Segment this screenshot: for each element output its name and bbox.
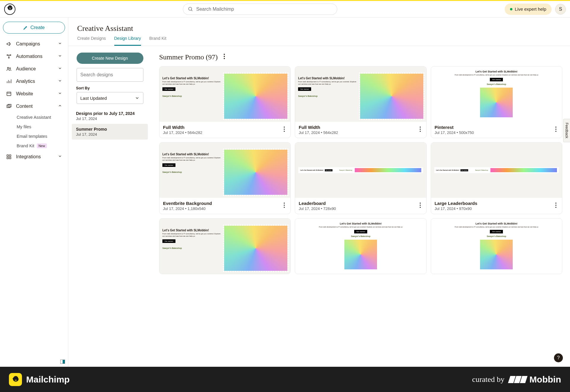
card-title: Full Width [299, 125, 417, 130]
pencil-icon [23, 25, 28, 30]
subitem-email-templates[interactable]: Email templates [17, 132, 65, 141]
new-badge: New [37, 143, 47, 148]
design-card[interactable]: Let's Get Started with SLMobbin!Get star… [295, 142, 426, 214]
design-card[interactable]: Let's Get Started with SLMobbin!From web… [295, 218, 426, 274]
design-card[interactable]: Let's Get Started with SLMobbin!From web… [159, 142, 291, 214]
mobbin-logo-icon [509, 376, 526, 383]
svg-point-31 [284, 203, 285, 204]
svg-point-39 [555, 207, 557, 208]
collapse-sidebar-icon[interactable] [60, 360, 65, 364]
card-meta: Jul 17, 2024 • 728x90 [299, 206, 417, 211]
help-bubble[interactable]: ? [554, 353, 563, 362]
create-button[interactable]: Create [3, 22, 65, 34]
avatar[interactable]: S [555, 4, 566, 15]
tabs: Create Designs Design Library Brand Kit [77, 36, 561, 46]
chevron-down-icon [58, 79, 62, 84]
design-thumb: Let's Get Started with SLMobbin!From web… [159, 219, 290, 274]
design-thumb: Let's Get Started with SLMobbin!From web… [295, 67, 426, 122]
design-card[interactable]: Let's Get Started with SLMobbin!From web… [295, 66, 426, 138]
create-new-design-button[interactable]: Create New Design [77, 53, 143, 64]
svg-point-28 [555, 127, 557, 128]
kebab-icon[interactable] [418, 201, 423, 211]
content-title: Summer Promo (97) [159, 53, 218, 61]
mailchimp-logo[interactable] [4, 4, 15, 15]
svg-point-26 [419, 129, 421, 130]
svg-rect-18 [10, 157, 11, 159]
svg-point-30 [555, 131, 557, 132]
content-submenu: Creative Assistant My files Email templa… [3, 113, 65, 151]
sidebar-item-label: Content [16, 104, 33, 109]
design-thumb: Let's Get Started with SLMobbin!Get star… [431, 143, 562, 198]
session-item[interactable]: Summer Promo Jul 17, 2024 [72, 124, 148, 140]
card-meta: Jul 17, 2024 • 564x282 [299, 130, 417, 135]
sidebar-item-integrations[interactable]: Integrations [3, 151, 65, 163]
sidebar-item-label: Website [16, 91, 33, 97]
footer-logo-icon [9, 373, 22, 386]
svg-point-36 [419, 207, 421, 208]
grid-icon [6, 154, 12, 159]
svg-rect-11 [7, 92, 11, 96]
svg-point-4 [9, 57, 10, 58]
svg-point-23 [284, 129, 285, 130]
sidebar-item-label: Integrations [16, 154, 41, 159]
footer: Mailchimp curated by Mobbin [0, 367, 570, 392]
design-card[interactable]: Let's Get Started with SLMobbin!From web… [431, 218, 562, 274]
session-item[interactable]: Designs prior to July 17, 2024 Jul 17, 2… [72, 108, 148, 124]
kebab-icon[interactable] [282, 201, 287, 211]
sort-by-label: Sort By [76, 86, 148, 90]
sidebar-item-label: Analytics [16, 79, 35, 84]
curated-by-label: curated by [472, 375, 504, 384]
svg-point-29 [555, 129, 557, 130]
kebab-icon[interactable] [418, 125, 423, 135]
svg-point-0 [189, 7, 192, 10]
subitem-creative-assistant[interactable]: Creative Assistant [17, 113, 65, 122]
sort-select[interactable]: Last Updated [77, 92, 143, 104]
svg-point-2 [7, 55, 8, 56]
sidebar-item-analytics[interactable]: Analytics [3, 75, 65, 88]
svg-point-24 [284, 131, 285, 132]
people-icon [6, 66, 12, 72]
card-meta: Jul 17, 2024 • 564x282 [163, 130, 282, 135]
chevron-down-icon [58, 91, 62, 97]
svg-rect-14 [8, 104, 11, 107]
card-title: Leaderboard [299, 201, 417, 206]
card-title: Pinterest [435, 125, 553, 130]
kebab-icon[interactable] [553, 125, 558, 135]
svg-point-35 [419, 205, 421, 206]
design-card[interactable]: Let's Get Started with SLMobbin!Get star… [431, 142, 562, 214]
svg-point-19 [224, 54, 225, 55]
tab-design-library[interactable]: Design Library [114, 36, 141, 46]
live-help-button[interactable]: Live expert help [505, 4, 552, 15]
kebab-icon[interactable] [553, 201, 558, 211]
nav: Campaigns Automations Audience Analytics [3, 38, 65, 363]
main-header: Creative Assistant Create Designs Design… [68, 18, 570, 46]
design-card[interactable]: Let's Get Started with SLMobbin!From web… [159, 218, 291, 274]
footer-brand: Mailchimp [26, 374, 70, 385]
subitem-my-files[interactable]: My files [17, 122, 65, 132]
kebab-icon[interactable] [222, 52, 227, 62]
svg-rect-15 [7, 155, 8, 156]
tab-create-designs[interactable]: Create Designs [77, 36, 106, 46]
tab-brand-kit[interactable]: Brand Kit [149, 36, 167, 46]
card-title: Large Leaderboards [435, 201, 553, 206]
svg-point-21 [224, 58, 225, 59]
card-title: Full Width [163, 125, 282, 130]
sidebar-item-automations[interactable]: Automations [3, 50, 65, 63]
sidebar-item-content[interactable]: Content [3, 100, 65, 113]
sidebar-item-website[interactable]: Website [3, 88, 65, 100]
search-designs-input[interactable] [77, 68, 143, 82]
svg-rect-13 [7, 105, 10, 108]
sort-value: Last Updated [80, 96, 107, 101]
feedback-tab[interactable]: Feedback [563, 119, 570, 142]
create-label: Create [30, 25, 45, 30]
svg-point-38 [555, 205, 557, 206]
subitem-brand-kit[interactable]: Brand Kit New [17, 141, 65, 151]
design-card[interactable]: Let's Get Started with SLMobbin!From web… [159, 66, 291, 138]
svg-point-27 [419, 131, 421, 132]
kebab-icon[interactable] [282, 125, 287, 135]
svg-point-25 [419, 127, 421, 128]
design-card[interactable]: Let's Get Started with SLMobbin!From web… [431, 66, 562, 138]
sidebar-item-campaigns[interactable]: Campaigns [3, 38, 65, 50]
sidebar-item-audience[interactable]: Audience [3, 63, 65, 75]
search-input[interactable]: Search Mailchimp [183, 4, 337, 15]
